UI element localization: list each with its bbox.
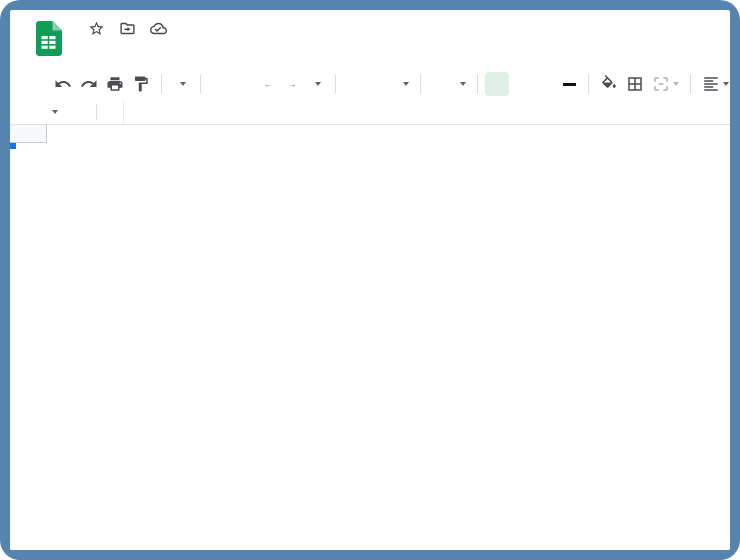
redo-button[interactable] — [76, 72, 102, 96]
font-size-select[interactable] — [428, 72, 470, 96]
currency-format-button[interactable] — [208, 72, 232, 96]
undo-button[interactable] — [50, 72, 76, 96]
name-box[interactable] — [10, 100, 96, 124]
chevron-down-icon — [315, 82, 321, 86]
column-headers — [10, 125, 730, 143]
fill-color-button[interactable] — [596, 72, 622, 96]
bold-button[interactable] — [485, 72, 509, 96]
sheets-logo-icon — [36, 21, 62, 56]
formula-bar — [10, 100, 730, 125]
paint-format-button[interactable] — [128, 72, 154, 96]
italic-button[interactable] — [509, 72, 533, 96]
star-icon[interactable] — [88, 20, 105, 37]
formula-input[interactable] — [123, 100, 730, 124]
percent-format-button[interactable] — [232, 72, 256, 96]
chevron-down-icon — [673, 82, 679, 86]
cloud-check-icon[interactable] — [150, 20, 167, 37]
borders-button[interactable] — [622, 72, 648, 96]
decrease-decimals-button[interactable]: ← — [256, 72, 280, 96]
number-format-menu[interactable] — [304, 72, 328, 96]
toolbar: ← → — [10, 68, 730, 100]
fill-handle[interactable] — [10, 143, 16, 149]
window-frame: ← → — [0, 0, 740, 560]
titlebar — [10, 10, 730, 60]
increase-decimals-button[interactable]: → — [280, 72, 304, 96]
chevron-down-icon — [460, 82, 466, 86]
google-sheets-app: ← → — [10, 10, 730, 550]
text-color-button[interactable] — [557, 72, 581, 96]
chevron-down-icon — [52, 110, 58, 114]
font-select[interactable] — [343, 72, 413, 96]
chevron-down-icon — [180, 82, 186, 86]
strikethrough-button[interactable] — [533, 72, 557, 96]
move-folder-icon[interactable] — [119, 20, 136, 37]
print-button[interactable] — [102, 72, 128, 96]
spreadsheet-grid — [10, 125, 730, 550]
zoom-select[interactable] — [169, 72, 193, 96]
select-all-corner[interactable] — [10, 125, 47, 143]
merge-cells-button[interactable] — [648, 72, 683, 96]
horizontal-align-button[interactable] — [698, 72, 730, 96]
chevron-down-icon — [723, 82, 729, 86]
menubar — [74, 41, 730, 59]
selection-border — [10, 143, 14, 147]
chevron-down-icon — [403, 82, 409, 86]
